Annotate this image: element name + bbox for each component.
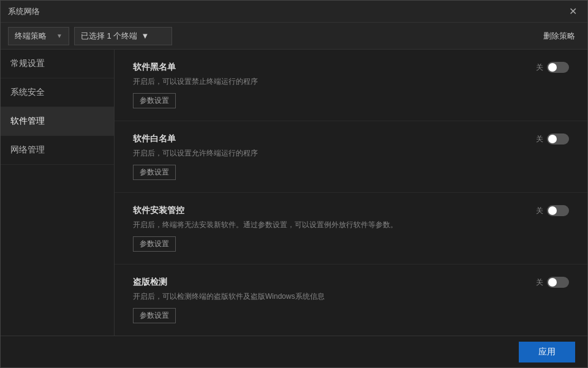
param-btn-blacklist[interactable]: 参数设置	[133, 93, 176, 108]
bottom-bar: 应用	[1, 336, 587, 367]
toggle-wrapper-install_control: 关	[536, 205, 569, 216]
toggle-knob-install_control	[548, 206, 557, 215]
toggle-label-whitelist: 关	[536, 134, 543, 145]
sidebar: 常规设置系统安全软件管理网络管理	[1, 50, 115, 336]
setting-desc-install_control: 开启后，终端将无法安装新软件。通过参数设置，可以设置例外放行软件等参数。	[133, 220, 569, 230]
delete-policy-button[interactable]: 删除策略	[538, 28, 580, 44]
selected-arrow-icon: ▼	[141, 31, 149, 40]
apply-button[interactable]: 应用	[519, 342, 575, 362]
toggle-label-blacklist: 关	[536, 62, 543, 73]
setting-title-install_control: 软件安装管控	[133, 205, 184, 216]
sidebar-item-security[interactable]: 系统安全	[1, 78, 114, 107]
dropdown-arrow-icon: ▼	[56, 32, 62, 39]
toggle-knob-whitelist	[548, 135, 557, 143]
setting-title-whitelist: 软件白名单	[133, 133, 176, 145]
setting-title-piracy: 盗版检测	[133, 277, 167, 288]
setting-desc-piracy: 开启后，可以检测终端的盗版软件及盗版Windows系统信息	[133, 291, 569, 302]
setting-desc-whitelist: 开启后，可以设置允许终端运行的程序	[133, 148, 569, 159]
setting-header-install_control: 软件安装管控关	[133, 205, 569, 216]
window-title: 系统网络	[8, 6, 40, 17]
policy-dropdown-label: 终端策略	[15, 31, 47, 42]
param-btn-install_control[interactable]: 参数设置	[133, 236, 176, 252]
toggle-piracy[interactable]	[547, 277, 569, 288]
toggle-knob-blacklist	[548, 63, 557, 72]
toggle-wrapper-piracy: 关	[536, 277, 569, 288]
selected-terminal-dropdown[interactable]: 已选择 1 个终端 ▼	[74, 27, 172, 45]
toggle-label-install_control: 关	[536, 206, 543, 216]
setting-desc-blacklist: 开启后，可以设置禁止终端运行的程序	[133, 77, 569, 87]
content-area: 软件黑名单关开启后，可以设置禁止终端运行的程序参数设置软件白名单关开启后，可以设…	[115, 50, 587, 336]
toggle-wrapper-whitelist: 关	[536, 133, 569, 145]
close-button[interactable]: ✕	[565, 4, 580, 19]
toggle-wrapper-blacklist: 关	[536, 62, 569, 73]
sidebar-item-software[interactable]: 软件管理	[1, 107, 114, 136]
setting-title-blacklist: 软件黑名单	[133, 62, 176, 73]
setting-section-blacklist: 软件黑名单关开启后，可以设置禁止终端运行的程序参数设置	[115, 50, 587, 121]
toggle-install_control[interactable]	[547, 205, 569, 216]
toggle-label-piracy: 关	[536, 277, 543, 288]
param-btn-whitelist[interactable]: 参数设置	[133, 165, 176, 180]
setting-header-blacklist: 软件黑名单关	[133, 62, 569, 73]
toggle-knob-piracy	[548, 278, 557, 287]
setting-section-piracy: 盗版检测关开启后，可以检测终端的盗版软件及盗版Windows系统信息参数设置	[115, 265, 587, 336]
setting-section-install_control: 软件安装管控关开启后，终端将无法安装新软件。通过参数设置，可以设置例外放行软件等…	[115, 193, 587, 265]
toggle-whitelist[interactable]	[547, 133, 569, 145]
sidebar-item-general[interactable]: 常规设置	[1, 50, 114, 78]
param-btn-piracy[interactable]: 参数设置	[133, 308, 176, 323]
setting-section-whitelist: 软件白名单关开启后，可以设置允许终端运行的程序参数设置	[115, 121, 587, 193]
title-bar: 系统网络 ✕	[1, 1, 587, 23]
setting-header-piracy: 盗版检测关	[133, 277, 569, 288]
main-layout: 常规设置系统安全软件管理网络管理 软件黑名单关开启后，可以设置禁止终端运行的程序…	[1, 50, 587, 336]
toolbar: 终端策略 ▼ 已选择 1 个终端 ▼ 删除策略	[1, 23, 587, 50]
main-window: 系统网络 ✕ 终端策略 ▼ 已选择 1 个终端 ▼ 删除策略 常规设置系统安全软…	[0, 0, 588, 368]
selected-terminal-label: 已选择 1 个终端	[81, 31, 137, 42]
setting-header-whitelist: 软件白名单关	[133, 133, 569, 145]
sidebar-item-network[interactable]: 网络管理	[1, 136, 114, 165]
toggle-blacklist[interactable]	[547, 62, 569, 73]
policy-dropdown[interactable]: 终端策略 ▼	[8, 27, 69, 45]
